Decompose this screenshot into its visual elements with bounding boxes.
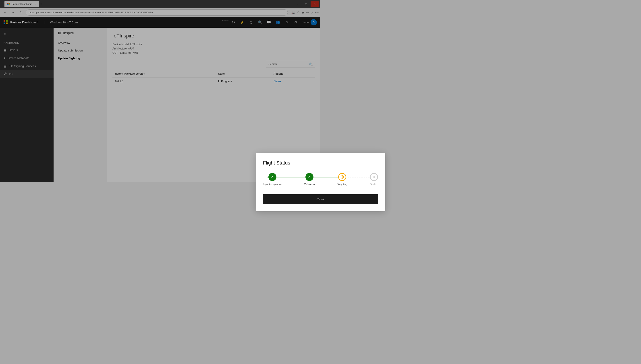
steps-wrapper: ✓ Input Acceptance ✓ Validation <box>263 173 320 182</box>
modal-overlay[interactable]: Flight Status ✓ Input Acceptance ✓ Valid… <box>0 0 320 182</box>
flight-status-dialog: Flight Status ✓ Input Acceptance ✓ Valid… <box>256 153 320 182</box>
step-validation: ✓ Validation <box>304 173 315 182</box>
step-circle-1: ✓ <box>268 173 276 181</box>
step-input-acceptance: ✓ Input Acceptance <box>263 173 282 182</box>
dialog-title: Flight Status <box>263 160 320 166</box>
steps-container: ✓ Input Acceptance ✓ Validation <box>263 173 320 182</box>
step-circle-2: ✓ <box>305 173 313 181</box>
